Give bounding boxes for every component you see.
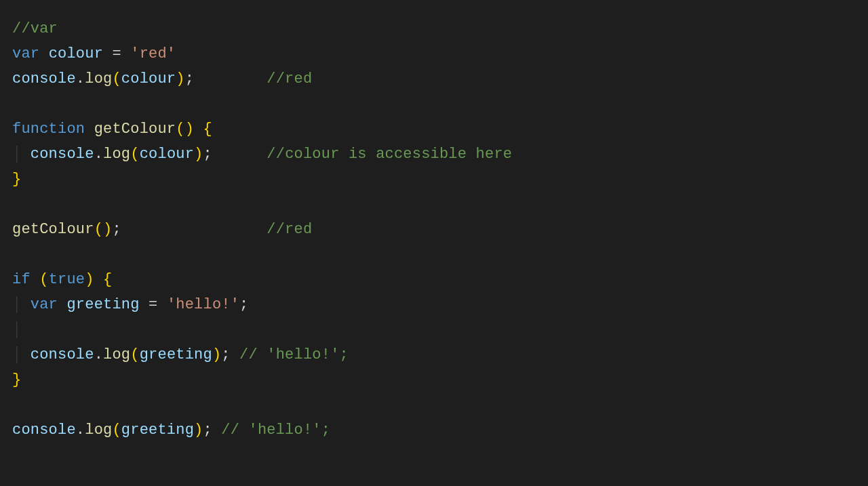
code-token: ;: [185, 70, 267, 87]
code-token: │: [12, 146, 31, 163]
code-token: ;: [112, 221, 267, 238]
code-line[interactable]: }: [12, 167, 856, 192]
code-line[interactable]: if (true) {: [12, 267, 856, 292]
code-token: ;: [221, 346, 239, 363]
code-line[interactable]: │: [12, 317, 856, 342]
code-line[interactable]: │ console.log(colour); //colour is acces…: [12, 142, 856, 167]
code-token: colour: [49, 45, 103, 62]
code-token: }: [12, 371, 21, 388]
code-token: getColour: [94, 121, 176, 138]
code-line[interactable]: │ var greeting = 'hello!';: [12, 292, 856, 317]
code-token: greeting: [66, 296, 139, 313]
code-token: (: [112, 422, 121, 439]
code-token: console: [12, 422, 76, 439]
code-token: true: [49, 271, 85, 288]
code-token: var: [12, 45, 39, 62]
code-token: function: [12, 121, 85, 138]
code-token: [94, 271, 103, 288]
code-line[interactable]: console.log(greeting); // 'hello!';: [12, 418, 856, 443]
code-token: 'red': [130, 45, 176, 62]
code-line[interactable]: //var: [12, 16, 856, 41]
code-token: │: [12, 346, 31, 363]
code-token: greeting: [140, 346, 212, 363]
code-token: .: [76, 70, 85, 87]
code-token: [194, 121, 203, 138]
code-token: (: [130, 146, 139, 163]
code-token: //red: [267, 70, 312, 87]
code-token: (: [130, 346, 139, 363]
code-token: [58, 296, 66, 313]
code-token: (: [112, 70, 121, 87]
code-token: ;: [203, 422, 221, 439]
code-token: colour: [140, 146, 194, 163]
code-token: ;: [203, 146, 267, 163]
code-token: log: [85, 422, 112, 439]
code-line[interactable]: [12, 192, 856, 217]
code-token: greeting: [121, 422, 194, 439]
code-token: //colour is accessible here: [267, 146, 512, 163]
code-token: ): [176, 70, 184, 87]
code-token: [31, 271, 39, 288]
code-token: colour: [121, 70, 176, 87]
code-token: │: [12, 296, 31, 313]
code-token: │: [12, 321, 21, 338]
code-editor[interactable]: //varvar colour = 'red'console.log(colou…: [0, 0, 868, 459]
code-line[interactable]: │ console.log(greeting); // 'hello!';: [12, 342, 856, 367]
code-line[interactable]: getColour(); //red: [12, 217, 856, 242]
code-token: {: [103, 271, 112, 288]
code-token: =: [103, 45, 130, 62]
code-token: .: [94, 346, 103, 363]
code-token: .: [76, 422, 85, 439]
code-token: }: [12, 171, 21, 188]
code-token: log: [103, 146, 130, 163]
code-token: [39, 45, 48, 62]
code-line[interactable]: function getColour() {: [12, 117, 856, 142]
code-token: 'hello!': [167, 296, 239, 313]
code-token: // 'hello!';: [221, 422, 330, 439]
code-token: if: [12, 271, 31, 288]
code-line[interactable]: }: [12, 367, 856, 392]
code-token: {: [203, 121, 212, 138]
code-token: ;: [239, 296, 248, 313]
code-line[interactable]: var colour = 'red': [12, 41, 856, 66]
code-token: (): [176, 121, 194, 138]
code-line[interactable]: console.log(colour); //red: [12, 66, 856, 92]
code-token: ): [85, 271, 94, 288]
code-token: (): [94, 221, 113, 238]
code-line[interactable]: [12, 242, 856, 267]
code-token: log: [103, 346, 130, 363]
code-token: ): [194, 422, 203, 439]
code-token: .: [94, 146, 103, 163]
code-token: getColour: [12, 221, 94, 238]
code-token: (: [39, 271, 48, 288]
code-token: //var: [12, 20, 58, 37]
code-token: [85, 121, 94, 138]
code-token: =: [140, 296, 167, 313]
code-token: //red: [267, 221, 312, 238]
code-token: ): [194, 146, 203, 163]
code-line[interactable]: [12, 92, 856, 117]
code-token: console: [12, 70, 76, 87]
code-token: console: [31, 146, 94, 163]
code-token: var: [31, 296, 58, 313]
code-token: log: [85, 70, 112, 87]
code-token: // 'hello!';: [239, 346, 349, 363]
code-token: console: [31, 346, 94, 363]
code-token: ): [212, 346, 221, 363]
code-line[interactable]: [12, 392, 856, 418]
